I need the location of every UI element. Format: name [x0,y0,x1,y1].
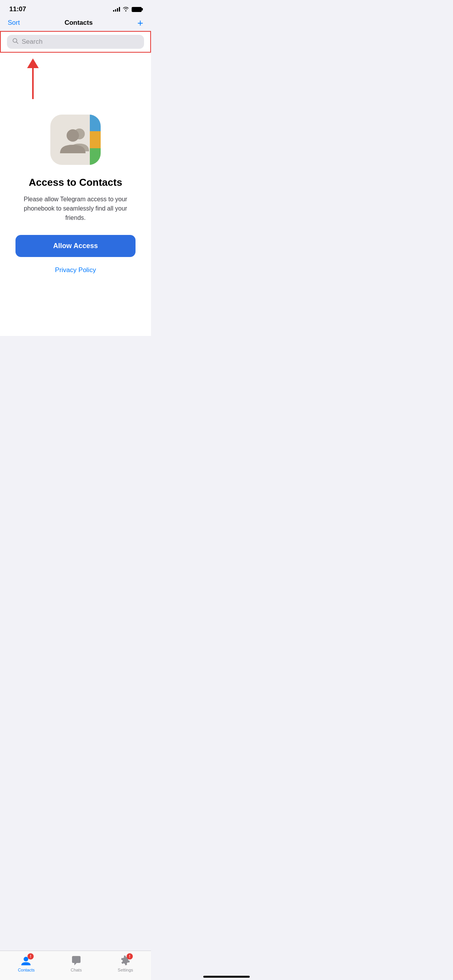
search-icon [12,38,19,46]
strip-orange [90,131,101,148]
red-arrow-icon [23,57,43,105]
main-content: Access to Contacts Please allow Telegram… [0,107,151,336]
status-bar: 11:07 [0,0,151,16]
status-icons [113,6,142,13]
strip-blue [90,115,101,131]
sort-button[interactable]: Sort [8,19,20,27]
battery-icon [132,7,142,12]
page-title: Contacts [65,19,93,27]
access-description: Please allow Telegram access to your pho… [15,195,136,223]
arrow-annotation [0,53,151,107]
color-strips [90,115,101,165]
signal-icon [113,7,120,12]
strip-green [90,148,101,165]
svg-line-1 [17,42,18,44]
nav-bar: Sort Contacts + [0,16,151,31]
search-bar[interactable]: Search [7,35,144,49]
access-title: Access to Contacts [29,176,122,188]
search-container: Search [0,31,151,53]
privacy-policy-link[interactable]: Privacy Policy [55,266,96,274]
contacts-icon [50,115,101,165]
add-contact-button[interactable]: + [137,18,143,28]
allow-access-button[interactable]: Allow Access [15,235,136,257]
search-placeholder-text: Search [22,38,43,46]
status-time: 11:07 [9,5,26,13]
wifi-icon [122,6,129,13]
svg-marker-3 [27,58,39,68]
svg-point-5 [67,129,79,142]
